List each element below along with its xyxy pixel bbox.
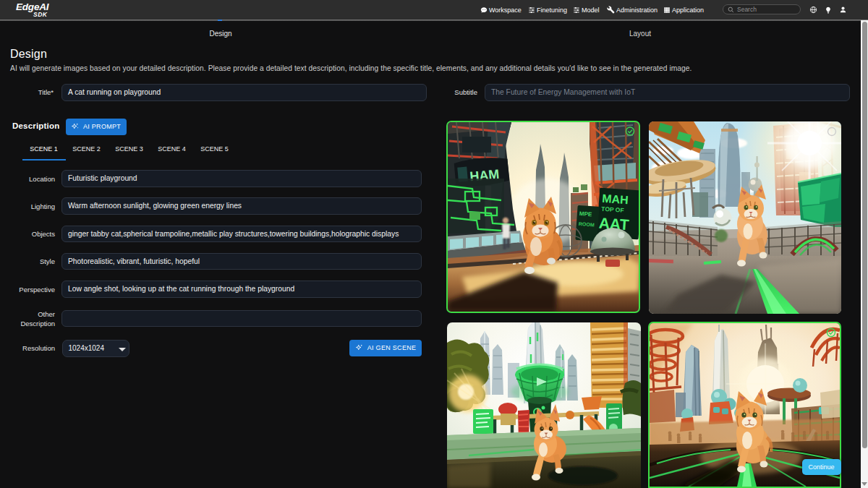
svg-text:MAH: MAH — [602, 192, 629, 207]
svg-text:MPE: MPE — [579, 210, 593, 218]
